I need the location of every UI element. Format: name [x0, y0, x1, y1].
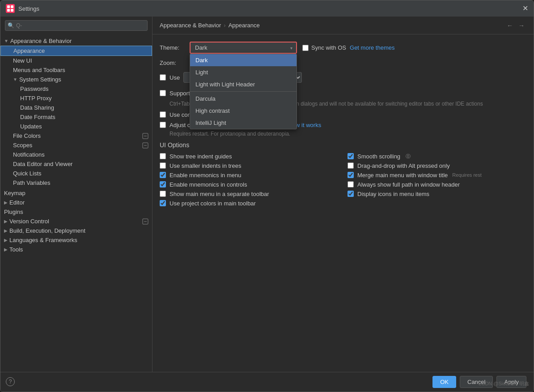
option-mnemonics-menu: Enable mnemonics in menu [160, 172, 339, 179]
ok-button[interactable]: OK [432, 376, 456, 388]
window-title: Settings [18, 5, 39, 12]
nav-section-appearance-behavior: ▼ Appearance & Behavior Appearance New U… [0, 36, 152, 187]
dropdown-separator [190, 91, 297, 92]
sidebar-item-notifications[interactable]: Notifications [0, 150, 152, 159]
sidebar-item-http-proxy[interactable]: HTTP Proxy [0, 94, 152, 103]
help-button[interactable]: ? [6, 377, 15, 386]
option-display-icons: Display icons in menu items [348, 191, 526, 197]
sidebar-item-scopes[interactable]: Scopes [0, 141, 152, 150]
close-button[interactable]: ✕ [522, 5, 528, 12]
sidebar-item-data-sharing[interactable]: Data Sharing [0, 103, 152, 112]
svg-rect-3 [7, 9, 10, 12]
theme-dropdown-wrap: Dark ▾ Dark Light Light with Light Heade… [190, 42, 297, 54]
chevron-right-icon: ▶ [4, 228, 8, 233]
sidebar-item-file-colors[interactable]: File Colors [0, 131, 152, 141]
chevron-right-icon: ▶ [4, 219, 8, 224]
always-full-path-checkbox[interactable] [348, 181, 354, 187]
titlebar-left: Settings [6, 4, 39, 13]
merge-menu-requires-restart: Requires rest [452, 172, 481, 178]
project-colors-checkbox[interactable] [160, 200, 166, 206]
merge-menu-title-checkbox[interactable] [348, 172, 354, 178]
get-more-themes-link[interactable]: Get more themes [350, 44, 394, 51]
sidebar-item-languages-frameworks[interactable]: ▶ Languages & Frameworks [0, 235, 152, 245]
main-menu-toolbar-checkbox[interactable] [160, 191, 166, 197]
theme-option-dark[interactable]: Dark [190, 54, 297, 66]
smaller-indents-checkbox[interactable] [160, 162, 166, 169]
sidebar-item-version-control[interactable]: ▶ Version Control [0, 217, 152, 226]
theme-option-light-light-header[interactable]: Light with Light Header [190, 78, 297, 90]
sidebar-item-data-editor-viewer[interactable]: Data Editor and Viewer [0, 159, 152, 169]
breadcrumb: Appearance & Behavior › Appearance [160, 22, 260, 29]
sidebar-item-appearance[interactable]: Appearance [0, 46, 152, 56]
nav-tree: ▼ Appearance & Behavior Appearance New U… [0, 34, 152, 372]
app-logo [6, 4, 15, 13]
sidebar-item-editor[interactable]: ▶ Editor [0, 198, 152, 207]
settings-content: Theme: Dark ▾ Dark Light Light with Ligh… [153, 34, 534, 372]
sidebar-item-path-variables[interactable]: Path Variables [0, 178, 152, 187]
sync-os-checkbox[interactable] [302, 45, 309, 51]
project-colors-label: Use project colors in main toolbar [170, 200, 256, 207]
theme-dropdown-menu: Dark Light Light with Light Header Darcu… [190, 54, 297, 129]
sidebar-item-new-ui[interactable]: New UI [0, 56, 152, 65]
drag-drop-alt-checkbox[interactable] [348, 162, 354, 169]
ui-options-header: UI Options [160, 141, 526, 149]
sidebar-item-system-settings[interactable]: ▼ System Settings [0, 75, 152, 84]
theme-option-light[interactable]: Light [190, 66, 297, 78]
smooth-scrolling-checkbox[interactable] [348, 153, 354, 159]
theme-option-intellij-light[interactable]: IntelliJ Light [190, 117, 297, 129]
cancel-button[interactable]: Cancel [460, 376, 493, 388]
mnemonics-menu-checkbox[interactable] [160, 172, 166, 178]
chevron-down-icon: ▼ [13, 77, 17, 82]
drag-drop-alt-label: Drag-and-drop with Alt pressed only [357, 162, 450, 169]
breadcrumb-current: Appearance [229, 22, 260, 29]
svg-rect-4 [11, 9, 13, 12]
sidebar-item-plugins[interactable]: Plugins [0, 207, 152, 217]
option-always-full-path: Always show full path in window header [348, 181, 526, 188]
main-menu-toolbar-label: Show main menu in a separate toolbar [170, 191, 269, 197]
support-screen-readers-checkbox[interactable] [160, 90, 166, 96]
sync-os-checkbox-wrap: Sync with OS [302, 44, 346, 51]
sidebar-item-date-formats[interactable]: Date Formats [0, 112, 152, 122]
sidebar-item-appearance-behavior[interactable]: ▼ Appearance & Behavior [0, 36, 152, 46]
apply-button[interactable]: Apply [496, 376, 526, 388]
adjust-colors-checkbox[interactable] [160, 122, 166, 128]
sidebar-item-quick-lists[interactable]: Quick Lists [0, 169, 152, 178]
mnemonics-controls-checkbox[interactable] [160, 181, 166, 187]
font-checkbox[interactable] [160, 74, 166, 81]
search-box[interactable]: 🔍 [5, 20, 148, 31]
main-content: 🔍 ▼ Appearance & Behavior Appearance New… [0, 17, 534, 372]
back-button[interactable]: ← [505, 21, 515, 30]
left-options-col: Show tree indent guides Use smaller inde… [160, 153, 339, 209]
breadcrumb-separator: › [224, 22, 225, 29]
svg-rect-0 [6, 4, 15, 13]
help-icon[interactable]: ⓪ [406, 153, 411, 160]
display-icons-label: Display icons in menu items [357, 191, 429, 197]
option-project-colors: Use project colors in main toolbar [160, 200, 339, 207]
contrast-scrollbars-checkbox[interactable] [160, 111, 166, 118]
sidebar-item-tools[interactable]: ▶ Tools [0, 245, 152, 254]
theme-dropdown[interactable]: Dark ▾ [190, 42, 297, 54]
sidebar: 🔍 ▼ Appearance & Behavior Appearance New… [0, 17, 153, 372]
chevron-down-icon: ▼ [4, 38, 8, 43]
theme-option-high-contrast[interactable]: High contrast [190, 105, 297, 117]
sync-row: Sync with OS Get more themes [302, 44, 394, 51]
show-tree-indent-checkbox[interactable] [160, 153, 166, 159]
option-smaller-indents: Use smaller indents in trees [160, 162, 339, 169]
display-icons-checkbox[interactable] [348, 191, 354, 197]
settings-dialog: Settings ✕ 🔍 ▼ Appearance & Behavior [0, 0, 534, 392]
sidebar-item-build-execution[interactable]: ▶ Build, Execution, Deployment [0, 226, 152, 235]
option-smooth-scrolling: Smooth scrolling ⓪ [348, 153, 526, 160]
sidebar-item-updates[interactable]: Updates [0, 122, 152, 131]
svg-rect-2 [11, 5, 13, 8]
badge-icon [142, 142, 148, 149]
smooth-scrolling-label: Smooth scrolling [357, 153, 400, 160]
option-show-tree-indent: Show tree indent guides [160, 153, 339, 160]
search-input[interactable] [5, 20, 148, 31]
titlebar: Settings ✕ [0, 0, 534, 17]
forward-button[interactable]: → [517, 21, 526, 30]
theme-option-darcula[interactable]: Darcula [190, 93, 297, 105]
sidebar-item-passwords[interactable]: Passwords [0, 84, 152, 94]
sidebar-item-menus-toolbars[interactable]: Menus and Toolbars [0, 65, 152, 75]
search-icon: 🔍 [8, 22, 14, 29]
sidebar-item-keymap[interactable]: Keymap [0, 188, 152, 198]
